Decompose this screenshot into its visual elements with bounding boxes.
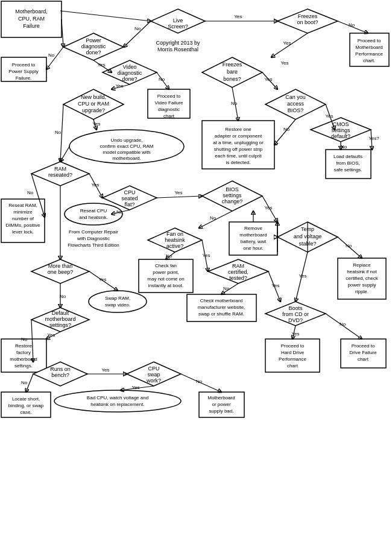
power-diag-label1: Power xyxy=(86,37,101,43)
ram-reseated-label2: reseated? xyxy=(48,172,72,178)
svg-line-2 xyxy=(124,21,151,47)
reseat-cpu-oval xyxy=(65,203,122,225)
ram-certified-yes-label: Yes xyxy=(271,283,279,288)
bios-settings-label1: BIOS xyxy=(226,186,239,192)
mb-bad-text3: supply bad. xyxy=(209,408,234,414)
bad-cpu-text1: Bad CPU, watch voltage and xyxy=(87,395,148,400)
ram-certified-label2: certified, xyxy=(228,269,248,275)
proceed-mb-perf-text2: Motherboard xyxy=(355,45,382,50)
power-diag-label3: done? xyxy=(86,49,101,55)
check-fan-text3: may not come on xyxy=(147,276,184,282)
freezes-bare-no-label: No xyxy=(231,101,238,106)
svg-line-42 xyxy=(60,147,69,162)
svg-line-6 xyxy=(46,47,63,69)
yes-to-bare-label: Yes xyxy=(280,60,288,66)
restore-adapter-text6: is detected. xyxy=(226,160,251,165)
cpu-swap-no-label: No xyxy=(196,379,203,384)
cmos-no-label: No xyxy=(341,144,347,150)
bios-settings-label2: settings xyxy=(223,192,242,198)
freezes-boot-label2: on boot? xyxy=(297,19,318,25)
new-build-label1: New build, xyxy=(81,94,106,100)
mb-bad-text1: Motherboard xyxy=(207,395,235,400)
proceed-mb-perf-text3: Performance xyxy=(355,51,383,57)
title-line1: Motherboard, xyxy=(15,8,48,14)
restore-adapter-text1: Restore one xyxy=(225,127,251,132)
new-build-label2: CPU or RAM xyxy=(78,101,109,107)
restore-adapter-text5: each time, until culprit xyxy=(215,153,262,159)
svg-line-1 xyxy=(60,11,151,21)
default-mb-label2: motherboard xyxy=(45,316,75,322)
cpu-seated-yes-label: Yes xyxy=(174,190,182,195)
bios-settings-label3: change? xyxy=(222,198,243,204)
ram-certified-label1: RAM xyxy=(232,263,244,269)
boots-cd-label1: Boots xyxy=(288,305,303,311)
proceed-mb-perf-text4: chart. xyxy=(363,58,375,63)
new-build-label3: upgrade? xyxy=(82,107,105,113)
remove-battery-text2: motherboard xyxy=(239,232,267,238)
runs-bench-label2: bench? xyxy=(51,372,69,378)
freezes-bare-label1: Freezes xyxy=(223,62,242,68)
runs-bench-yes-label: Yes xyxy=(101,367,109,373)
power-diag-no-label: No xyxy=(48,52,55,58)
freezes-bare-yes-label: Yes xyxy=(264,77,272,82)
cmos-label1: CMOS xyxy=(333,121,349,127)
boots-cd-no-label: No xyxy=(340,321,346,327)
reseat-cpu-text1: Reseat CPU xyxy=(80,208,107,214)
replace-heatsink-text2: heatsink if not xyxy=(347,269,377,274)
reseat-ram-text3: number of xyxy=(12,216,34,221)
proceed-mb-perf-text1: Proceed to xyxy=(358,38,381,43)
more-beep-no-label: No xyxy=(60,294,66,299)
bios-access-label1: Can you xyxy=(285,94,306,100)
cpu-seated-no-label: No xyxy=(116,209,123,215)
locate-short-text2: binding, or swap xyxy=(8,403,44,408)
boots-cd-yes-label: Yes xyxy=(291,331,299,337)
proceed-video-text3: diagnostic xyxy=(158,107,180,112)
power-diag-yes-label: Yes xyxy=(97,62,105,68)
video-diag-yes-label: Yes xyxy=(115,83,123,89)
cmos-label3: default? xyxy=(331,133,350,139)
check-mb-web-text1: Check motherboard xyxy=(200,298,242,303)
more-beep-label1: More than xyxy=(48,263,73,269)
cmos-yes-label: Yes? xyxy=(368,136,379,141)
freezes-boot-no-label: No xyxy=(349,22,355,28)
restore-adapter-text4: shutting off power strip xyxy=(214,147,263,152)
fan-heatsink-label2: heatsink xyxy=(165,237,185,243)
svg-line-20 xyxy=(157,196,202,198)
load-defaults-text2: from BIOS, xyxy=(336,160,360,166)
freezes-bare-label2: bare xyxy=(227,69,238,75)
proceed-drive-text2: Drive Failure xyxy=(349,350,377,355)
restore-adapter-text2: adapter or component xyxy=(215,133,262,139)
runs-bench-no-label: No xyxy=(21,380,28,385)
restore-factory-text4: settings. xyxy=(14,363,33,369)
live-no-label: No xyxy=(134,26,141,31)
live-yes-label: Yes xyxy=(234,14,242,19)
swap-ram-video-text2: swap video. xyxy=(105,302,130,308)
default-mb-label3: settings? xyxy=(49,322,71,328)
freezes-boot-label1: Freezes xyxy=(298,13,318,19)
boots-cd-label2: from CD or xyxy=(282,311,309,317)
check-mb-web-text2: manufacturer website, xyxy=(198,305,245,310)
undo-upgrade-text4: motherboard. xyxy=(112,156,141,161)
new-build-yes-label: Yes xyxy=(92,121,100,127)
copyright-line2: Morris Rosenthal xyxy=(157,46,198,52)
reseat-cpu-text2: and heatsink. xyxy=(79,215,108,220)
cpu-swap-label3: work? xyxy=(146,378,161,384)
proceed-hdd-text2: Hard Drive xyxy=(281,350,305,355)
check-fan-text4: instantly at boot. xyxy=(148,283,183,288)
remove-battery-text4: one hour. xyxy=(243,245,263,251)
restore-adapter-text3: at a time, unplugging or xyxy=(213,140,264,145)
proceed-hdd-text3: Performance xyxy=(279,356,306,362)
live-screen-label2: Screen? xyxy=(168,24,188,30)
locate-short-text3: case. xyxy=(20,410,31,415)
check-fan-text1: Check fan xyxy=(155,263,177,268)
replace-heatsink-text1: Replace xyxy=(353,262,371,268)
load-defaults-text1: Load defaults xyxy=(334,154,362,159)
ram-reseated-yes-label: Yes xyxy=(91,182,99,188)
fan-heatsink-label3: active? xyxy=(166,243,184,249)
undo-upgrade-text3: model compatible with xyxy=(103,150,150,155)
mb-bad-text2: or power xyxy=(212,402,230,407)
proceed-power-text2: Power Supply xyxy=(8,69,38,74)
bios-settings-yes-label: Yes xyxy=(264,205,272,211)
cpu-swap-yes-label: Yes xyxy=(131,385,139,390)
temp-voltage-no-label: No xyxy=(346,243,352,249)
